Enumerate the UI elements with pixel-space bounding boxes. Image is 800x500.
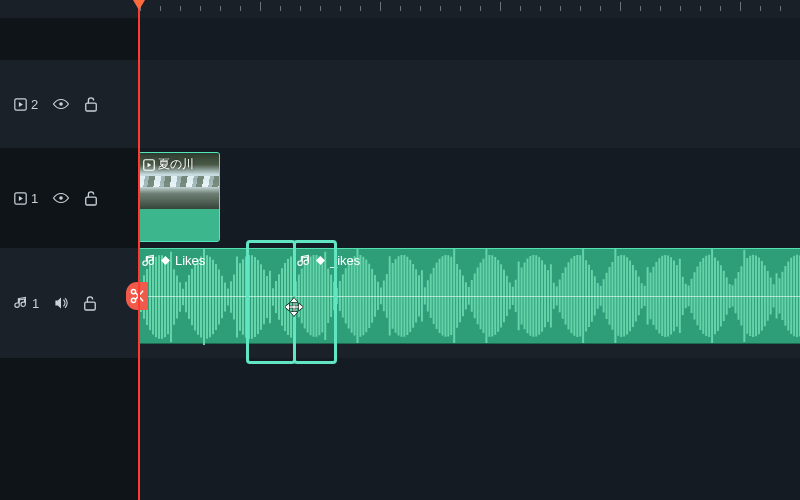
cut-tool-icon[interactable] <box>126 282 148 310</box>
music-icon <box>142 254 156 268</box>
svg-point-1 <box>59 102 63 106</box>
track-content-spacer <box>138 18 800 60</box>
track-number: 2 <box>31 97 38 112</box>
playhead[interactable] <box>138 0 140 500</box>
track-lane-audio-1[interactable]: Likes _ikes <box>138 248 800 358</box>
track-header-audio-1[interactable]: 1 <box>0 248 138 358</box>
clip-title: 夏の川 <box>158 156 194 173</box>
track-header-video-2[interactable]: 2 <box>0 60 138 148</box>
svg-rect-5 <box>86 197 97 205</box>
speaker-icon[interactable] <box>53 296 69 310</box>
clip-title: Likes <box>175 253 205 268</box>
track-lane-video-2[interactable] <box>138 60 800 148</box>
svg-point-4 <box>59 196 63 200</box>
selection-box-left[interactable] <box>246 240 296 364</box>
timeline[interactable]: 2 1 <box>0 0 800 500</box>
eye-icon[interactable] <box>52 192 70 204</box>
track-header-video-1[interactable]: 1 <box>0 148 138 248</box>
video-clip[interactable]: 夏の川 <box>138 152 220 242</box>
music-icon <box>14 296 28 310</box>
svg-rect-6 <box>85 302 96 310</box>
time-ruler[interactable] <box>0 0 800 18</box>
lock-open-icon[interactable] <box>84 190 98 206</box>
track-number: 1 <box>32 296 39 311</box>
track-number: 1 <box>31 191 38 206</box>
track-lane-video-1[interactable]: 夏の川 <box>138 148 800 248</box>
clip-audio-strip <box>139 209 219 241</box>
play-icon <box>14 192 27 205</box>
play-icon <box>14 98 27 111</box>
waveform-midline <box>293 296 800 297</box>
svg-rect-2 <box>86 103 97 111</box>
lock-open-icon[interactable] <box>84 96 98 112</box>
ruler-ticks <box>138 0 800 18</box>
play-icon <box>143 159 155 171</box>
lock-open-icon[interactable] <box>83 295 97 311</box>
keyframe-icon[interactable] <box>161 256 170 265</box>
track-header-spacer <box>0 18 138 60</box>
track-content[interactable]: 夏の川 Likes <box>138 18 800 500</box>
eye-icon[interactable] <box>52 98 70 110</box>
audio-clip-2[interactable]: _ikes <box>293 248 800 344</box>
track-headers: 2 1 <box>0 18 138 500</box>
selection-box-right[interactable] <box>293 240 337 364</box>
